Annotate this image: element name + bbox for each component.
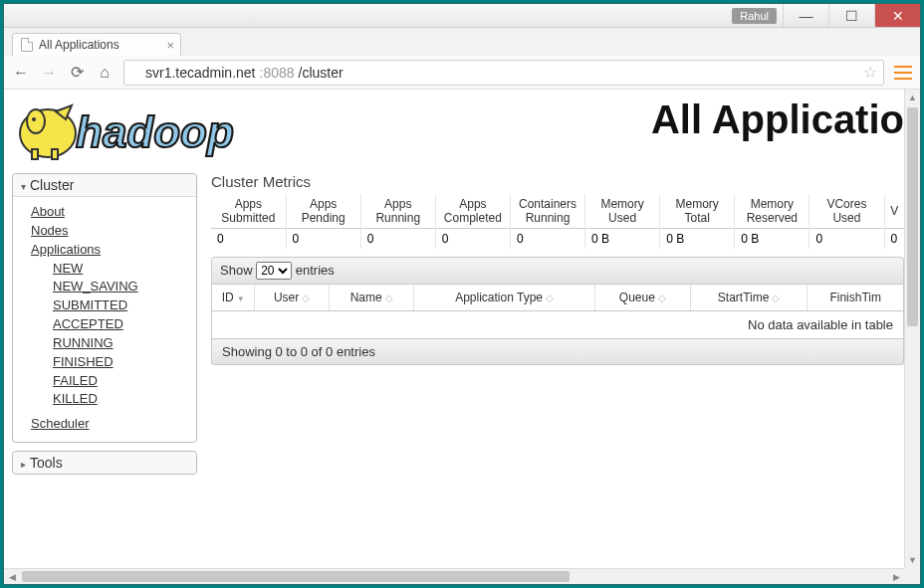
applications-table-header: ID User Name Application Type Queue Star… [211,285,904,311]
main-content: Cluster Metrics Apps Submitted Apps Pend… [211,173,904,483]
toolbar: ← → ⟳ ⌂ svr1.tecadmin.net:8088/cluster ☆ [4,56,920,90]
tools-panel-header[interactable]: ▸Tools [13,452,196,474]
metrics-header: V [884,194,904,229]
sidebar-link-applications[interactable]: Applications [31,241,186,260]
page-icon [21,38,33,52]
page: hadoop All Applicatio ▾Cluster About Nod… [4,90,904,568]
titlebar: Rahul — ☐ ✕ [4,4,920,28]
sidebar-link-about[interactable]: About [31,203,186,222]
sidebar-link-state-finished[interactable]: FINISHED [53,353,186,372]
chrome-window: Rahul — ☐ ✕ All Applications × ← → ⟳ ⌂ s… [3,3,921,585]
user-badge: Rahul [732,8,777,24]
sidebar-link-state-submitted[interactable]: SUBMITTED [53,296,186,315]
metrics-header: Containers Running [510,194,584,229]
svg-rect-4 [52,149,58,159]
metrics-header: Memory Reserved [735,194,809,229]
metrics-value: 0 [286,229,360,250]
back-button[interactable]: ← [12,64,30,82]
metrics-header: Memory Total [660,194,735,229]
url-path: /cluster [299,65,344,81]
metrics-header: Apps Submitted [211,194,286,229]
bookmark-star-icon[interactable]: ☆ [863,63,877,82]
svg-text:hadoop: hadoop [76,107,234,156]
metrics-header: Apps Running [360,194,435,229]
sidebar: ▾Cluster About Nodes Applications NEW NE… [12,173,197,483]
datatable-info: Showing 0 to 0 of 0 entries [211,339,904,365]
col-starttime[interactable]: StartTime [690,285,807,310]
hamburger-menu-button[interactable] [894,66,912,80]
cluster-panel: ▾Cluster About Nodes Applications NEW NE… [12,173,197,443]
horizontal-scrollbar[interactable]: ◀▶ [4,568,904,584]
minimize-button[interactable]: — [783,4,828,27]
svg-point-1 [27,109,45,133]
metrics-value: 0 [435,229,510,250]
col-queue[interactable]: Queue [594,285,690,310]
col-id[interactable]: ID [212,285,255,310]
sidebar-link-state-killed[interactable]: KILLED [53,390,186,409]
metrics-value: 0 [510,229,584,250]
sidebar-link-state-failed[interactable]: FAILED [53,372,186,391]
col-user[interactable]: User [255,285,330,310]
home-button[interactable]: ⌂ [96,64,114,82]
close-button[interactable]: ✕ [874,4,920,27]
reload-button[interactable]: ⟳ [68,64,86,82]
tools-panel: ▸Tools [12,451,197,475]
forward-button[interactable]: → [40,64,58,82]
tab-title: All Applications [39,38,119,52]
cluster-metrics-table: Apps Submitted Apps Pending Apps Running… [211,194,904,249]
col-name[interactable]: Name [329,285,413,310]
sidebar-link-state-new-saving[interactable]: NEW_SAVING [53,278,186,296]
svg-point-2 [32,117,36,121]
metrics-value: 0 B [735,229,809,250]
metrics-value: 0 B [585,229,660,250]
metrics-value: 0 [211,229,286,250]
metrics-value: 0 [360,229,435,250]
metrics-value: 0 [884,229,904,250]
body: ▾Cluster About Nodes Applications NEW NE… [12,173,904,483]
metrics-value: 0 B [660,229,735,250]
metrics-header: Apps Completed [435,194,510,229]
metrics-header: Apps Pending [286,194,360,229]
metrics-header: VCores Used [809,194,884,229]
page-header: hadoop All Applicatio [12,98,904,163]
url-host: svr1.tecadmin.net [145,65,256,81]
address-bar[interactable]: svr1.tecadmin.net:8088/cluster ☆ [123,60,884,86]
sidebar-link-scheduler[interactable]: Scheduler [31,415,186,434]
sidebar-link-state-new[interactable]: NEW [53,260,186,279]
page-icon [130,66,141,79]
col-apptype[interactable]: Application Type [414,285,595,310]
hadoop-logo: hadoop [12,98,301,163]
tab-close-icon[interactable]: × [166,38,174,53]
viewport: hadoop All Applicatio ▾Cluster About Nod… [4,90,920,584]
page-size-select[interactable]: 20 [256,262,292,280]
sidebar-link-state-running[interactable]: RUNNING [53,334,186,353]
datatable-length-control: Show 20 entries [211,257,904,285]
metrics-header: Memory Used [585,194,660,229]
cluster-metrics-title: Cluster Metrics [211,173,904,190]
vertical-scrollbar[interactable]: ▲▼ [904,90,920,568]
url-port: :8088 [260,65,295,81]
tab-strip: All Applications × [4,28,920,56]
metrics-value: 0 [809,229,884,250]
sidebar-link-state-accepted[interactable]: ACCEPTED [53,315,186,334]
maximize-button[interactable]: ☐ [828,4,874,27]
sidebar-link-nodes[interactable]: Nodes [31,222,186,241]
svg-rect-3 [32,149,38,159]
page-title: All Applicatio [651,98,904,142]
col-finishtime[interactable]: FinishTim [808,285,903,310]
scroll-corner [904,568,920,584]
cluster-panel-header[interactable]: ▾Cluster [13,174,196,197]
datatable-empty-message: No data available in table [211,311,904,339]
browser-tab[interactable]: All Applications × [12,33,181,56]
